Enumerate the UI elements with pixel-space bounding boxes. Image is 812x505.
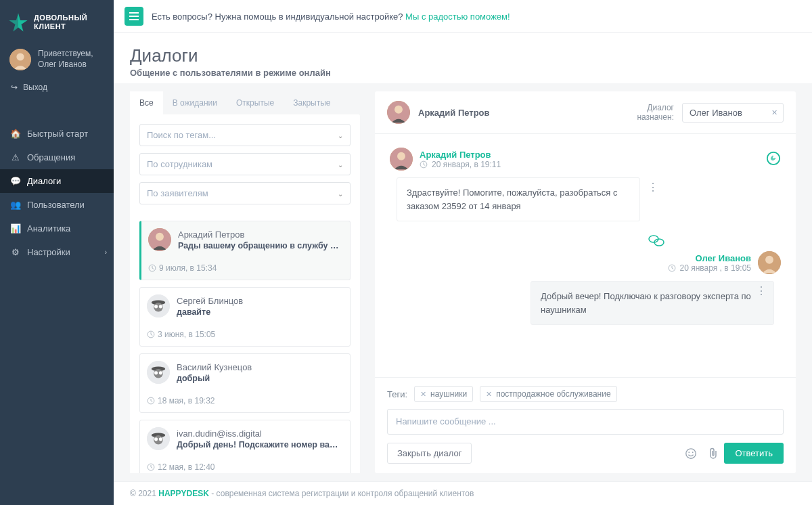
compose-placeholder: Напишите сообщение ... [396,416,496,426]
tab-open[interactable]: Открытые [227,91,284,114]
filter-tags[interactable]: Поиск по тегам...⌄ [139,124,351,146]
assigned-label-2: назначен: [637,112,674,122]
tag-text: наушники [430,389,467,399]
message-menu-button[interactable]: ⋮ [756,288,767,294]
topbar: Есть вопросы? Нужна помощь в индивидуаль… [114,0,812,33]
hamburger-icon [129,12,139,21]
main-area: Есть вопросы? Нужна помощь в индивидуаль… [114,0,812,505]
conversation-contact: Аркадий Петров [418,108,629,118]
clock-icon [147,330,155,338]
svg-point-21 [159,437,162,441]
chevron-down-icon: ⌄ [338,131,343,139]
message-text: Добрый вечер! Подключаю к разговору эксп… [541,291,751,315]
attach-button[interactable] [702,447,724,460]
dialog-item[interactable]: Сергей Блинцов давайте 3 июня, в 15:05 [139,287,351,347]
filter-requesters[interactable]: По заявителям⌄ [139,182,351,204]
clock-icon [147,463,155,471]
dialog-item[interactable]: Василий Кузнецов добрый 18 мая, в 19:32 [139,353,351,413]
main-nav: 🏠Быстрый старт ⚠Обращения 💬Диалоги 👥Поль… [0,122,114,264]
contact-avatar [387,101,410,124]
message-text: Здраствуйте! Помогите, пожалуйста, разоб… [407,188,618,211]
dialogs-column: Все В ожидании Открытые Закрытые Поиск п… [130,91,360,473]
chat-bubbles-icon [532,234,781,247]
nav-settings[interactable]: ⚙Настройки› [0,240,114,264]
dialog-preview: Добрый день! Подскажите номер вашего ... [177,440,343,449]
tab-all[interactable]: Все [130,91,163,114]
username: Олег Иванов [38,60,93,70]
conversation-body: Аркадий Петров 20 января, в 19:11 Здраст… [375,134,796,377]
dialog-item[interactable]: ivan.dudin@iss.digital Добрый день! Подс… [139,420,351,473]
svg-point-20 [154,437,158,441]
dialog-contact-name: Аркадий Петров [178,229,343,240]
filter-staff[interactable]: По сотрудникам⌄ [139,153,351,175]
dialog-contact-name: Сергей Блинцов [177,296,343,306]
assigned-select[interactable]: Олег Иванов✕ [682,103,784,123]
footer: © 2021 HAPPYDESK - современная система р… [114,481,812,505]
banner-text: Есть вопросы? Нужна помощь в индивидуаль… [152,12,405,22]
brand-logo: ДОВОЛЬНЫЙКЛИЕНТ [0,0,114,42]
nav-label: Настройки [27,247,70,257]
tag-text: постпродажное обслуживание [496,389,610,399]
tag-chip[interactable]: ✕постпродажное обслуживание [480,386,616,402]
close-dialog-button[interactable]: Закрыть диалог [387,443,472,464]
dialog-preview: давайте [177,307,343,317]
banner-link[interactable]: Мы с радостью поможем! [405,12,510,22]
filter-placeholder: По заявителям [147,188,208,198]
contact-avatar [147,294,170,317]
assigned-value: Олег Иванов [690,108,742,118]
message-bubble: Здраствуйте! Помогите, пожалуйста, разоб… [397,177,640,221]
emoji-button[interactable] [679,447,702,460]
message-author: Аркадий Петров [420,150,501,160]
actions-row: Закрыть диалог Ответить [387,443,784,464]
tags-row: Теги: ✕наушники ✕постпродажное обслужива… [387,386,784,402]
dialog-time: 12 мая, в 12:40 [158,462,215,472]
footer-brand: HAPPYDESK [158,489,209,498]
contact-avatar [147,427,170,450]
svg-point-35 [689,452,690,453]
nav-users[interactable]: 👥Пользователи [0,193,114,217]
greeting: Приветствуем, [38,49,93,60]
logout-button[interactable]: ↪ Выход [0,77,114,102]
logout-label: Выход [23,83,47,92]
nav-label: Быстрый старт [27,129,88,139]
clear-icon[interactable]: ✕ [771,108,777,117]
compose-input[interactable]: Напишите сообщение ... [387,409,784,435]
svg-point-26 [397,152,405,160]
tab-closed[interactable]: Закрытые [284,91,340,114]
remove-tag-icon[interactable]: ✕ [420,390,426,399]
footer-year: © 2021 [130,489,158,498]
dialog-contact-name: Василий Кузнецов [177,362,343,372]
chart-icon: 📊 [11,223,20,234]
chevron-down-icon: ⌄ [338,160,343,168]
nav-dialogs[interactable]: 💬Диалоги [0,169,114,193]
chevron-down-icon: ⌄ [338,190,343,197]
tags-label: Теги: [387,389,407,399]
conversation-panel: Аркадий Петров Диалогназначен: Олег Иван… [375,91,796,473]
remove-tag-icon[interactable]: ✕ [486,390,492,399]
tab-waiting[interactable]: В ожидании [163,91,227,114]
message-menu-button[interactable]: ⋮ [648,185,658,190]
nav-label: Обращения [27,152,75,162]
assigned-label-1: Диалог [647,103,674,112]
svg-point-1 [16,53,24,60]
svg-point-34 [686,448,696,458]
dialog-time: 9 июля, в 15:34 [159,263,217,273]
dialog-time: 3 июня, в 15:05 [158,330,215,339]
chat-icon: 💬 [11,176,20,186]
menu-toggle-button[interactable] [125,7,143,26]
nav-quickstart[interactable]: 🏠Быстрый старт [0,122,114,146]
contact-avatar [147,361,170,384]
sidebar: ДОВОЛЬНЫЙКЛИЕНТ Приветствуем,Олег Иванов… [0,0,114,505]
message-time: 20 января, в 19:11 [432,160,501,169]
home-icon: 🏠 [11,129,20,139]
tag-chip[interactable]: ✕наушники [414,386,473,402]
conversation-header: Аркадий Петров Диалогназначен: Олег Иван… [375,91,796,134]
svg-point-8 [154,305,158,308]
nav-analytics[interactable]: 📊Аналитика [0,217,114,240]
chevron-right-icon: › [105,248,107,256]
nav-tickets[interactable]: ⚠Обращения [0,146,114,169]
clock-icon [668,264,676,272]
reply-button[interactable]: Ответить [724,443,784,464]
dialog-item[interactable]: Аркадий Петров Рады вашему обращению в с… [139,221,351,280]
clock-icon [420,160,428,169]
